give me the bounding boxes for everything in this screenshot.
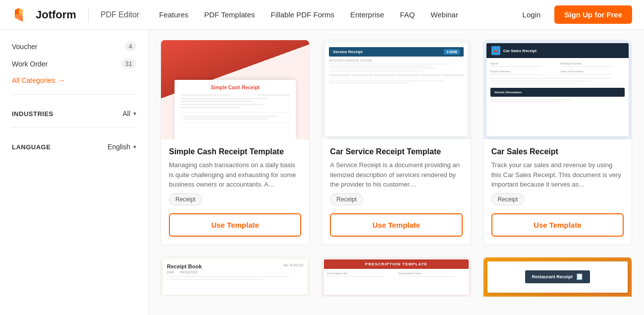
sidebar-item-workorder[interactable]: Work Order 31 bbox=[12, 55, 136, 72]
industries-dropdown[interactable]: All ▾ bbox=[122, 110, 136, 118]
sidebar-divider-1 bbox=[12, 94, 136, 95]
language-title: LANGUAGE bbox=[12, 143, 51, 151]
template-card-receipt-book: Receipt Book No: R-00125 Date 04/19/2019 bbox=[161, 257, 310, 297]
header-actions: Login Sign Up for Free bbox=[515, 5, 632, 24]
sidebar-voucher-label: Voucher bbox=[12, 43, 37, 51]
language-filter: LANGUAGE English ▾ bbox=[12, 134, 136, 155]
industries-chevron-icon: ▾ bbox=[133, 110, 136, 117]
template-desc-car-service: A Service Receipt is a document providin… bbox=[330, 160, 462, 189]
template-tag-simple-cash[interactable]: Receipt bbox=[169, 193, 202, 205]
sidebar-item-voucher[interactable]: Voucher 4 bbox=[12, 38, 136, 55]
language-chevron-icon: ▾ bbox=[133, 143, 136, 150]
nav-features[interactable]: Features bbox=[159, 10, 188, 19]
nav-webinar[interactable]: Webinar bbox=[430, 10, 458, 19]
template-title-car-sales[interactable]: Car Sales Receipt bbox=[491, 147, 624, 156]
template-card-car-service: Service Receipt J-0046 AUTOTECH SERVICE … bbox=[322, 40, 471, 245]
template-thumbnail-simple-cash[interactable]: Simple Cash Receipt bbox=[161, 40, 309, 139]
nav-fillable-pdf-forms[interactable]: Fillable PDF Forms bbox=[271, 10, 334, 19]
template-title-car-service[interactable]: Car Service Receipt Template bbox=[330, 147, 462, 156]
template-thumbnail-car-service[interactable]: Service Receipt J-0046 AUTOTECH SERVICE … bbox=[322, 40, 470, 139]
industries-filter: INDUSTRIES All ▾ bbox=[12, 101, 136, 122]
header: Jotform PDF Editor Features PDF Template… bbox=[0, 0, 644, 30]
arrow-right-icon: → bbox=[58, 76, 65, 84]
language-filter-row: LANGUAGE English ▾ bbox=[12, 143, 136, 151]
template-card-prescription: PRESCRIPTION TEMPLATE Prescription No. P… bbox=[322, 257, 471, 297]
signup-button[interactable]: Sign Up for Free bbox=[554, 5, 632, 24]
industries-value: All bbox=[122, 110, 130, 118]
sidebar-all-categories-link[interactable]: All Categories → bbox=[12, 72, 136, 88]
template-card-simple-cash: Simple Cash Receipt bbox=[161, 40, 310, 245]
industries-filter-row: INDUSTRIES All ▾ bbox=[12, 110, 136, 118]
template-tag-car-sales[interactable]: Receipt bbox=[491, 193, 525, 205]
template-thumbnail-restaurant[interactable]: Restaurant Receipt 🧾 bbox=[483, 257, 632, 297]
template-body-simple-cash: Simple Cash Receipt Template Managing ca… bbox=[161, 139, 309, 213]
template-thumbnail-car-sales[interactable]: 🚗 Car Sales Receipt Name bbox=[483, 40, 632, 139]
template-desc-simple-cash: Managing cash transactions on a daily ba… bbox=[169, 160, 301, 189]
sidebar-workorder-label: Work Order bbox=[12, 60, 48, 68]
sidebar-voucher-count: 4 bbox=[125, 42, 136, 51]
template-tag-car-service[interactable]: Receipt bbox=[330, 193, 363, 205]
template-thumbnail-prescription[interactable]: PRESCRIPTION TEMPLATE Prescription No. P… bbox=[322, 257, 470, 297]
main-nav: Features PDF Templates Fillable PDF Form… bbox=[159, 10, 514, 19]
template-card-restaurant: Restaurant Receipt 🧾 bbox=[483, 257, 632, 297]
industries-title: INDUSTRIES bbox=[12, 110, 54, 118]
template-body-car-service: Car Service Receipt Template A Service R… bbox=[322, 139, 470, 213]
use-template-button-car-service[interactable]: Use Template bbox=[330, 213, 462, 237]
sidebar-workorder-count: 31 bbox=[121, 59, 136, 68]
sidebar-divider-2 bbox=[12, 127, 136, 128]
language-dropdown[interactable]: English ▾ bbox=[107, 143, 136, 151]
nav-pdf-templates[interactable]: PDF Templates bbox=[204, 10, 255, 19]
nav-faq[interactable]: FAQ bbox=[400, 10, 415, 19]
template-thumbnail-receipt-book[interactable]: Receipt Book No: R-00125 Date 04/19/2019 bbox=[161, 257, 309, 297]
template-title-simple-cash[interactable]: Simple Cash Receipt Template bbox=[169, 147, 301, 156]
main-content: Simple Cash Receipt bbox=[149, 30, 644, 315]
language-value: English bbox=[107, 143, 130, 151]
logo-area: Jotform PDF Editor bbox=[12, 6, 139, 24]
template-body-car-sales: Car Sales Receipt Track your car sales a… bbox=[483, 139, 632, 213]
jotform-logo-icon[interactable] bbox=[12, 6, 30, 24]
logo-divider bbox=[88, 8, 89, 22]
use-template-button-simple-cash[interactable]: Use Template bbox=[169, 213, 301, 237]
page-layout: Voucher 4 Work Order 31 All Categories →… bbox=[0, 30, 644, 315]
nav-enterprise[interactable]: Enterprise bbox=[350, 10, 384, 19]
templates-grid: Simple Cash Receipt bbox=[161, 40, 632, 297]
sidebar-all-categories-label: All Categories bbox=[12, 76, 55, 84]
sidebar: Voucher 4 Work Order 31 All Categories →… bbox=[0, 30, 149, 315]
template-desc-car-sales: Track your car sales and revenue by usin… bbox=[491, 160, 624, 189]
pdf-editor-label: PDF Editor bbox=[101, 10, 139, 19]
use-template-button-car-sales[interactable]: Use Template bbox=[491, 213, 624, 237]
login-button[interactable]: Login bbox=[515, 6, 549, 23]
logo-text[interactable]: Jotform bbox=[36, 8, 76, 21]
template-card-car-sales: 🚗 Car Sales Receipt Name bbox=[483, 40, 632, 245]
